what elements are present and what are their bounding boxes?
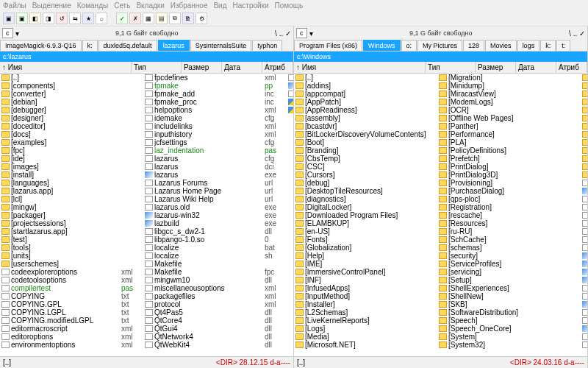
list-item[interactable]: [Branding] [294,146,437,155]
list-item[interactable]: [System32] [437,341,581,349]
list-item[interactable]: [doceditor] [0,122,143,130]
list-item[interactable]: [ShellExperiences] [437,284,581,292]
toolbar-btn[interactable]: ⧉ [169,13,181,24]
list-item[interactable]: [System] [437,333,581,341]
toolbar-btn[interactable]: ▦ [143,13,154,24]
list-item[interactable]: COPYING.modifiedLGPLtxt [0,316,143,325]
list-item[interactable]: [Vss] [581,155,587,163]
list-item[interactable]: Qt4Pas5dll [143,308,287,316]
list-item[interactable]: [Installer] [294,300,437,308]
toolbar-btn[interactable]: ◧ [29,13,41,24]
list-item[interactable]: [fpc] [0,146,143,155]
list-item[interactable]: [mingw] [0,203,143,211]
path-buttons[interactable]: \ .. ✓ [275,29,291,38]
list-item[interactable]: lazaruscfg [143,155,287,163]
toolbar-btn[interactable]: ★ [82,13,94,24]
list-item[interactable]: fpmake_addinc [143,90,287,98]
list-item[interactable]: Lazarus Wiki Helpurl [143,195,287,203]
column-header[interactable]: ↑ Имя Тип Размер Дата Атриб [294,62,587,74]
list-item[interactable]: [ELAMBKUP] [294,219,437,227]
list-item[interactable]: [Speech] [437,316,581,325]
list-item[interactable]: QtGui4dll [143,325,287,333]
list-item[interactable]: idemakecfg [143,114,287,122]
list-item[interactable]: startlazarusexe [287,82,293,90]
list-item[interactable]: [AppReadiness] [294,106,437,114]
tab[interactable]: k: [82,40,98,51]
list-item[interactable]: [Prefetch] [437,155,581,163]
list-item[interactable]: [TAPI] [581,98,587,106]
list-item[interactable]: [Tasks] [581,106,587,114]
list-item[interactable]: QtNetwork4dll [143,333,287,341]
list-item[interactable]: lazarusdci [143,163,287,171]
toolbar-btn[interactable]: ↺ [56,13,68,24]
list-item[interactable]: lazarusexe [143,171,287,179]
list-item[interactable]: [Globalization] [294,244,437,252]
list-item[interactable]: [Boot] [294,138,437,146]
list-item[interactable]: COPYING.GPLtxt [0,300,143,308]
list-item[interactable]: [Media] [294,333,437,341]
list-item[interactable]: [DigitalLocker] [294,203,437,211]
list-item[interactable]: lazbuildexe [143,219,287,227]
list-item[interactable]: [ru-RU] [437,227,581,236]
list-item[interactable]: codetoolsoptionsxml [0,276,143,284]
list-item[interactable]: editormacroscriptxml [0,325,143,333]
file-list[interactable]: [..][components][converter][debian][debu… [0,74,293,356]
menubar[interactable]: ФайлыВыделениеКомандыСетьВкладкиИзбранно… [0,0,588,11]
list-item[interactable]: helpoptionsxml [143,106,287,114]
menu-item[interactable]: Вид [213,1,226,10]
list-item[interactable]: Makefile [143,260,287,268]
toolbar-btn[interactable]: ⚙ [196,13,207,24]
tab[interactable]: t: [556,40,570,51]
list-item[interactable]: staticpackagesinc [287,90,293,98]
tab[interactable]: My Pictures [417,40,462,51]
list-item[interactable]: [InputMethod] [294,292,437,300]
list-item[interactable]: [Minidump] [437,82,581,90]
tab[interactable]: SysinternalsSuite [190,40,252,51]
list-item[interactable]: bfsvcexe [581,187,587,195]
tabs[interactable]: Program Files (x86)Windowso:My Pictures1… [294,40,587,52]
list-item[interactable]: [ModemLogs] [437,98,581,106]
path-bar[interactable]: c:\lazarus [0,52,293,62]
list-item[interactable]: [tools] [0,244,143,252]
list-item[interactable]: compilertestpas [0,284,143,292]
list-item[interactable]: [images] [0,163,143,171]
list-item[interactable]: libpango-1.0.so0 [143,236,287,244]
list-item[interactable]: [debugger] [0,106,143,114]
drive-button[interactable]: c [296,28,307,38]
list-item[interactable]: DirectXlog [581,227,587,236]
list-item[interactable]: [lcl] [0,195,143,203]
list-item[interactable]: localizesh [143,252,287,260]
list-item[interactable]: [MiracastView] [437,90,581,98]
list-item[interactable]: Makefilefpc [143,268,287,276]
path-bar[interactable]: c:\Windows [294,52,587,62]
list-item[interactable]: [docs] [0,130,143,138]
drive-button[interactable]: c [2,28,13,38]
list-item[interactable]: QtCore4dll [143,316,287,325]
list-item[interactable]: [servicing] [437,268,581,276]
tab[interactable]: duxled5q.default [98,40,157,51]
list-item[interactable]: GPU-Zexe [581,260,587,268]
list-item[interactable]: protocolxml [143,300,287,308]
tab[interactable]: Movies [485,40,517,51]
list-item[interactable]: [Resources] [437,219,581,227]
list-item[interactable]: includelinksxml [143,122,287,130]
list-item[interactable]: [projectsessions] [0,219,143,227]
list-item[interactable]: [ImmersiveControlPanel] [294,268,437,276]
list-item[interactable]: [Logs] [294,325,437,333]
list-item[interactable]: codeexploreroptionsxml [0,268,143,276]
list-item[interactable]: jcfsettingscfg [143,138,287,146]
list-item[interactable]: [Setup] [437,276,581,284]
list-item[interactable]: [userschemes] [0,260,143,268]
list-item[interactable]: [AppPatch] [294,98,437,106]
list-item[interactable]: hhexe [581,276,587,284]
list-item[interactable]: [ServiceProfiles] [437,260,581,268]
list-item[interactable]: [Microsoft.NET] [294,341,437,349]
menu-item[interactable]: Избранное [171,1,208,10]
toolbar-btn[interactable]: ▣ [3,13,15,24]
column-header[interactable]: ↑ Имя Тип Размер Дата Атриб [0,62,293,74]
list-item[interactable]: Professionalxml [581,316,587,325]
list-item[interactable]: [startlazarus.app] [0,227,143,236]
tabs[interactable]: ImageMagick-6.9.3-Q16k:duxled5q.defaultl… [0,40,293,52]
list-item[interactable]: [Cursors] [294,171,437,179]
tab[interactable]: ImageMagick-6.9.3-Q16 [0,40,82,51]
